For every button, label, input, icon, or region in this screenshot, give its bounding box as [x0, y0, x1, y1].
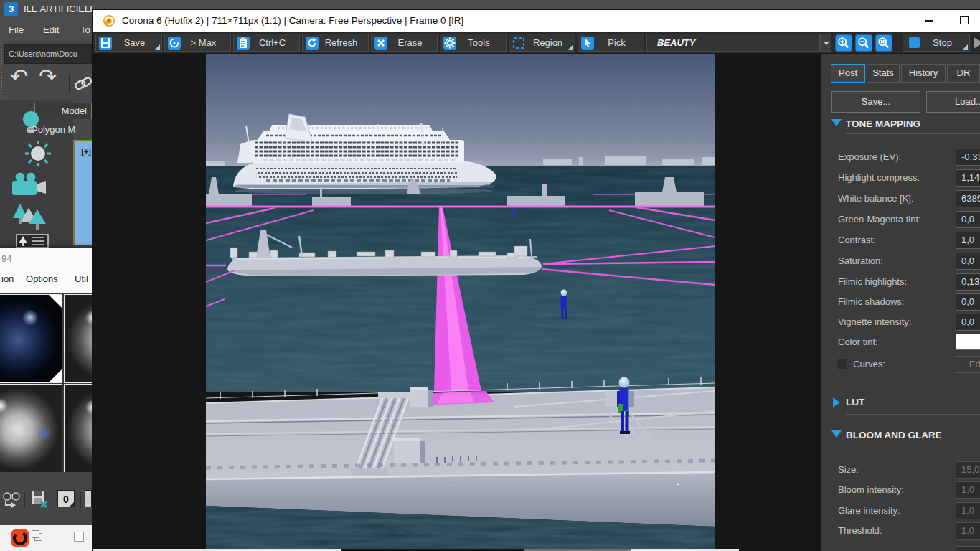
save-icon: [99, 37, 112, 50]
white-balance-field[interactable]: 6389: [956, 190, 980, 207]
saturation-field[interactable]: 0,0: [956, 253, 980, 270]
maximize-button[interactable]: [960, 16, 969, 24]
saturation-label: Saturation:: [838, 255, 883, 266]
material-slot-selected[interactable]: [0, 294, 62, 383]
material-slot-grid: [0, 293, 92, 472]
render-element-combo[interactable]: BEAUTY: [646, 34, 820, 52]
toolbar-button-partial[interactable]: [85, 490, 92, 507]
tone-mapping-header[interactable]: TONE MAPPING: [846, 118, 920, 129]
menu-options[interactable]: Options: [26, 273, 58, 284]
pick-hand-icon: [581, 37, 594, 50]
curves-edit-button[interactable]: Edit: [956, 356, 980, 373]
tab-dr[interactable]: DR: [947, 64, 980, 83]
zoom-out-button[interactable]: [855, 34, 872, 52]
color-tint-swatch[interactable]: [956, 334, 980, 350]
render-image[interactable]: [206, 54, 715, 551]
material-editor-window: 94 ion Options Util: [0, 248, 92, 293]
glare-intensity-field[interactable]: 1,0: [956, 502, 980, 519]
green-magenta-tint-field[interactable]: 0,0: [956, 211, 980, 228]
project-path-value: C:\Users\nom\Docu: [9, 50, 77, 58]
tone-mapping-collapse-icon[interactable]: [831, 119, 842, 126]
vignette-intensity-field[interactable]: 0,0: [956, 314, 980, 331]
exposure-field[interactable]: -0,33: [956, 149, 980, 166]
contrast-field[interactable]: 1,0: [956, 232, 980, 249]
zoom-reset-button[interactable]: [875, 34, 892, 52]
light-bulb-icon[interactable]: [19, 109, 47, 139]
menu-edit[interactable]: Edit: [43, 24, 59, 35]
viewport-menu-label[interactable]: [+]: [81, 147, 91, 156]
combo-dropdown-arrow[interactable]: [820, 34, 831, 52]
3dsmax-logo-icon: 3: [4, 2, 18, 16]
tab-stats[interactable]: Stats: [867, 64, 900, 83]
save-label: Save: [112, 37, 161, 48]
menu-tools[interactable]: To: [80, 24, 90, 35]
material-id-channel-button[interactable]: 0: [57, 490, 75, 507]
tools-button[interactable]: Tools: [440, 34, 507, 52]
load-config-button[interactable]: Load...: [926, 91, 980, 113]
white-balance-label: White balance [K]:: [838, 193, 914, 204]
copy-icon-back: [32, 530, 39, 538]
viewport[interactable]: [+]: [73, 140, 92, 245]
menu-navigation-partial[interactable]: ion: [1, 273, 14, 284]
stop-label: Stop: [920, 37, 969, 48]
sun-icon[interactable]: [22, 138, 56, 171]
trees-icon[interactable]: [10, 202, 47, 234]
material-slot[interactable]: [0, 384, 62, 472]
bloom-glare-collapse-icon[interactable]: [831, 430, 842, 438]
copy-to-clipboard-button[interactable]: Ctrl+C: [233, 34, 300, 52]
exposure-label: Exposure (EV):: [838, 151, 901, 162]
undo-icon[interactable]: ↶: [10, 66, 28, 88]
material-slot[interactable]: [64, 384, 92, 472]
select-and-link-icon[interactable]: [74, 75, 93, 95]
next-param-field-partial[interactable]: [956, 546, 980, 551]
pick-label: Pick: [594, 37, 644, 48]
curves-checkbox[interactable]: [837, 359, 847, 369]
vfb-titlebar[interactable]: Corona 6 (Hotfix 2) | 711×711px (1:1) | …: [93, 10, 980, 32]
erase-button[interactable]: Erase: [371, 34, 438, 52]
render-canvas[interactable]: [93, 54, 821, 551]
lut-header[interactable]: LUT: [846, 397, 864, 408]
tab-post[interactable]: Post: [831, 64, 865, 83]
refresh-button[interactable]: Refresh: [302, 34, 369, 52]
bloom-size-field[interactable]: 15,0: [956, 461, 980, 479]
material-editor-bottom-bar: [0, 525, 92, 551]
minimize-button[interactable]: [925, 20, 933, 22]
send-to-max-label: > Max: [181, 37, 230, 48]
region-button[interactable]: Region: [509, 34, 575, 52]
stop-button[interactable]: Stop: [903, 34, 970, 52]
menu-utilities-partial[interactable]: Util: [75, 273, 88, 284]
vignette-intensity-label: Vignette intensity:: [838, 316, 911, 327]
glare-intensity-label: Glare intensity:: [838, 505, 900, 516]
zoom-in-button[interactable]: [835, 34, 852, 52]
save-button[interactable]: Save: [95, 34, 162, 52]
highlight-compress-field[interactable]: 1,147: [956, 169, 980, 187]
menu-file[interactable]: File: [9, 24, 24, 35]
put-to-library-icon[interactable]: [30, 490, 49, 510]
bloom-glare-header[interactable]: BLOOM AND GLARE: [846, 430, 942, 441]
toolbar-drag-handle[interactable]: [1, 43, 2, 99]
bloom-intensity-field[interactable]: 1,0: [956, 481, 980, 499]
refresh-icon: [306, 37, 319, 50]
camera-icon[interactable]: [10, 171, 50, 199]
material-slot[interactable]: [64, 294, 92, 383]
get-material-icon[interactable]: [1, 491, 22, 509]
screen: 3 ILE ARTIFICIELL File Edit To C:\Users\…: [0, 0, 980, 551]
tab-history[interactable]: History: [901, 64, 946, 83]
start-render-button[interactable]: [974, 37, 980, 49]
pick-button[interactable]: Pick: [578, 34, 644, 52]
threshold-field[interactable]: 1,0: [956, 522, 980, 540]
save-config-button[interactable]: Save...: [831, 91, 920, 113]
project-path-field[interactable]: C:\Users\nom\Docu: [4, 44, 92, 64]
tree-list-icon[interactable]: [16, 234, 49, 248]
lut-collapse-icon[interactable]: [833, 397, 840, 408]
toolbar-separator: [69, 74, 70, 93]
checkbox[interactable]: [74, 532, 84, 542]
filmic-shadows-field[interactable]: 0,0: [956, 293, 980, 311]
redo-icon[interactable]: ↷: [39, 66, 57, 88]
corona-to-max-icon: [168, 37, 181, 50]
vfb-post-panel: Post Stats History DR Save... Load... TO…: [821, 54, 980, 551]
contrast-label: Contrast:: [838, 235, 876, 245]
filmic-highlights-field[interactable]: 0,132: [956, 273, 980, 291]
vfb-toolbar: Save > Max Ctrl+C: [93, 32, 980, 54]
send-to-max-button[interactable]: > Max: [164, 34, 231, 52]
